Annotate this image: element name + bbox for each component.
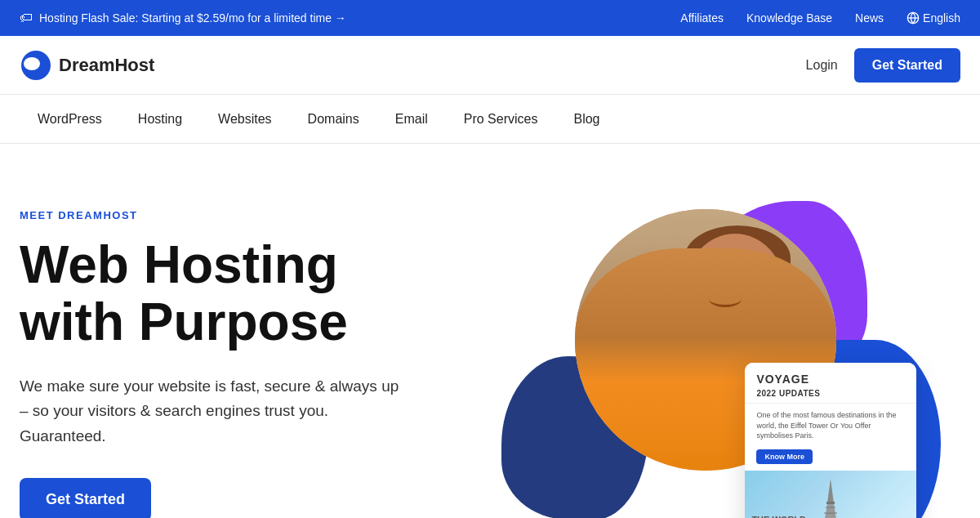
login-button[interactable]: Login [806,58,838,73]
top-bar: 🏷 Hosting Flash Sale: Starting at $2.59/… [0,0,980,36]
nav-item-email[interactable]: Email [377,95,446,144]
card-body: One of the most famous destinations in t… [745,404,916,471]
header-actions: Login Get Started [806,48,960,83]
card-overlay: VOYAGE 2022 UPDATES One of the most famo… [745,363,916,518]
svg-point-3 [24,57,40,70]
news-link[interactable]: News [855,11,884,25]
nav-item-domains[interactable]: Domains [290,95,377,144]
main-nav: WordPress Hosting Websites Domains Email… [0,95,980,144]
hero-title: Web Hosting with Purpose [20,236,493,351]
card-subtitle: 2022 UPDATES [756,389,905,398]
knowledge-base-link[interactable]: Knowledge Base [746,11,832,25]
nav-item-blog[interactable]: Blog [555,95,617,144]
tag-icon: 🏷 [20,11,33,25]
flash-sale-text: Hosting Flash Sale: Starting at $2.59/mo… [39,11,346,25]
logo[interactable]: DreamHost [20,49,154,82]
card-know-more-button[interactable]: Know More [756,449,813,464]
hero-title-line1: Web Hosting [20,235,338,294]
card-header: VOYAGE 2022 UPDATES [745,363,916,404]
language-label: English [923,11,960,25]
dreamhost-logo-icon [20,49,52,82]
top-bar-links: Affiliates Knowledge Base News English [680,11,960,25]
nav-item-pro-services[interactable]: Pro Services [446,95,556,144]
card-description: One of the most famous destinations in t… [756,410,905,441]
hero-title-line2: with Purpose [20,292,348,351]
affiliates-link[interactable]: Affiliates [680,11,724,25]
meet-label: MEET DREAMHOST [20,209,493,221]
hero-subtitle: We make sure your website is fast, secur… [20,374,412,449]
nav-item-hosting[interactable]: Hosting [120,95,200,144]
svg-marker-8 [824,504,837,518]
hero-visual: VOYAGE 2022 UPDATES One of the most famo… [493,193,916,518]
svg-marker-6 [827,479,834,503]
eiffel-tower-icon [814,479,847,518]
globe-icon [906,11,920,25]
get-started-header-button[interactable]: Get Started [854,48,960,83]
hero-content: MEET DREAMHOST Web Hosting with Purpose … [20,193,493,518]
card-image: THE WORLD AROUND [745,471,916,518]
svg-rect-7 [826,502,835,504]
hero-section: MEET DREAMHOST Web Hosting with Purpose … [0,144,980,518]
flash-sale-banner[interactable]: 🏷 Hosting Flash Sale: Starting at $2.59/… [20,11,346,25]
card-title: VOYAGE [756,373,905,386]
language-selector[interactable]: English [906,11,960,25]
nav-item-wordpress[interactable]: WordPress [20,95,120,144]
nav-item-websites[interactable]: Websites [200,95,290,144]
header: DreamHost Login Get Started [0,36,980,95]
hero-cta-button[interactable]: Get Started [20,478,151,518]
logo-text: DreamHost [59,55,154,76]
